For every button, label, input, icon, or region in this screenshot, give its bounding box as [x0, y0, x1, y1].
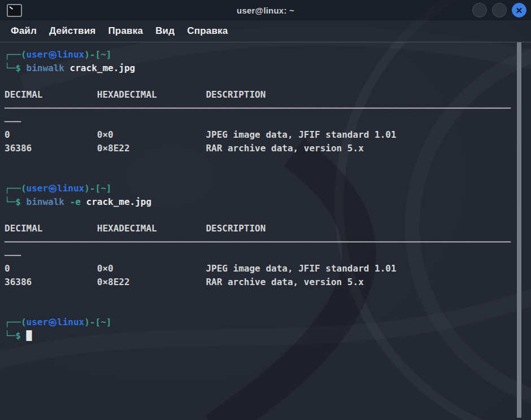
terminal-text: )-[~]: [84, 49, 111, 60]
minimize-button[interactable]: [472, 3, 487, 18]
maximize-button[interactable]: [492, 3, 507, 18]
menu-file[interactable]: Файл: [5, 25, 43, 37]
terminal-text: )-[~]: [84, 317, 111, 327]
menu-view[interactable]: Вид: [149, 25, 181, 37]
terminal-text: user㉿linux: [27, 317, 85, 327]
terminal-text: ┌──(: [5, 317, 27, 327]
terminal-line: [5, 302, 531, 316]
terminal-line: 36386 0×8E22 RAR archive data, version 5…: [5, 275, 531, 289]
terminal-text: [5, 156, 10, 167]
terminal-text: 36386 0×8E22 RAR archive data, version 5…: [5, 277, 364, 287]
close-button[interactable]: ✕: [512, 3, 526, 18]
terminal-line: ┌──(user㉿linux)-[~]: [5, 48, 531, 62]
terminal-line: └─$ binwalk crack_me.jpg: [5, 62, 531, 75]
terminal-window: user@linux: ~ ✕ Файл Действия Правка Вид…: [0, 0, 531, 420]
terminal-line: [5, 155, 531, 169]
terminal-text: └─$: [5, 196, 27, 207]
terminal-line: ┌──(user㉿linux)-[~]: [5, 182, 531, 195]
terminal-text: ───: [5, 250, 21, 261]
terminal-line: ────────────────────────────────────────…: [5, 235, 531, 249]
terminal-cursor: █: [27, 330, 32, 341]
window-controls: ✕: [472, 3, 526, 18]
menu-actions[interactable]: Действия: [43, 25, 102, 37]
terminal-text: 36386 0×8E22 RAR archive data, version 5…: [5, 143, 364, 154]
terminal-text: crack_me.jpg: [86, 196, 152, 207]
terminal-text: ┌──(: [5, 183, 27, 194]
terminal-text: binwalk: [27, 63, 70, 73]
terminal-text: ────────────────────────────────────────…: [5, 103, 511, 113]
terminal-text: crack_me.jpg: [70, 63, 136, 73]
terminal-text: binwalk: [27, 196, 70, 207]
terminal-line: [5, 75, 531, 88]
terminal-text: 0 0×0 JPEG image data, JFIF standard 1.0…: [5, 263, 397, 274]
terminal-line: └─$ █: [5, 329, 531, 343]
menu-edit[interactable]: Правка: [102, 25, 149, 37]
terminal-text: [5, 76, 10, 86]
terminal-line: ────────────────────────────────────────…: [5, 102, 531, 115]
terminal-text: ───: [5, 116, 21, 127]
terminal-line: 36386 0×8E22 RAR archive data, version 5…: [5, 142, 531, 155]
window-title: user@linux: ~: [0, 6, 531, 15]
terminal-line: └─$ binwalk -e crack_me.jpg: [5, 195, 531, 209]
terminal-text: DECIMAL HEXADECIMAL DESCRIPTION: [5, 223, 266, 234]
terminal-line: ┌──(user㉿linux)-[~]: [5, 316, 531, 329]
scrollbar-thumb[interactable]: [517, 42, 521, 418]
terminal-text: └─$: [5, 330, 27, 341]
terminal-text: [5, 290, 10, 301]
terminal-text: user㉿linux: [27, 183, 85, 194]
terminal-text: [5, 169, 10, 180]
terminal-text: -e: [70, 196, 86, 207]
terminal-line: ───: [5, 115, 531, 129]
terminal-line: [5, 289, 531, 303]
terminal-text: )-[~]: [84, 183, 111, 194]
terminal-line: [5, 208, 531, 222]
terminal-line: 0 0×0 JPEG image data, JFIF standard 1.0…: [5, 262, 531, 275]
terminal-text: 0 0×0 JPEG image data, JFIF standard 1.0…: [5, 129, 397, 140]
terminal-line: [5, 168, 531, 182]
menubar: Файл Действия Правка Вид Справка: [0, 20, 531, 42]
terminal-text: ┌──(: [5, 49, 27, 60]
terminal-text: └─$: [5, 63, 27, 73]
terminal-line: DECIMAL HEXADECIMAL DESCRIPTION: [5, 222, 531, 235]
terminal-line: 0 0×0 JPEG image data, JFIF standard 1.0…: [5, 128, 531, 142]
terminal-text: user㉿linux: [27, 49, 85, 60]
terminal-content[interactable]: ┌──(user㉿linux)-[~]└─$ binwalk crack_me.…: [0, 42, 531, 420]
terminal-text: DECIMAL HEXADECIMAL DESCRIPTION: [5, 89, 266, 100]
terminal-text: ────────────────────────────────────────…: [5, 237, 511, 247]
terminal-line: ───: [5, 249, 531, 262]
titlebar: user@linux: ~ ✕: [0, 0, 531, 20]
terminal-text: [5, 303, 10, 314]
terminal-text: [5, 209, 10, 220]
menu-help[interactable]: Справка: [181, 25, 234, 37]
terminal-line: DECIMAL HEXADECIMAL DESCRIPTION: [5, 88, 531, 102]
close-icon: ✕: [516, 6, 523, 15]
